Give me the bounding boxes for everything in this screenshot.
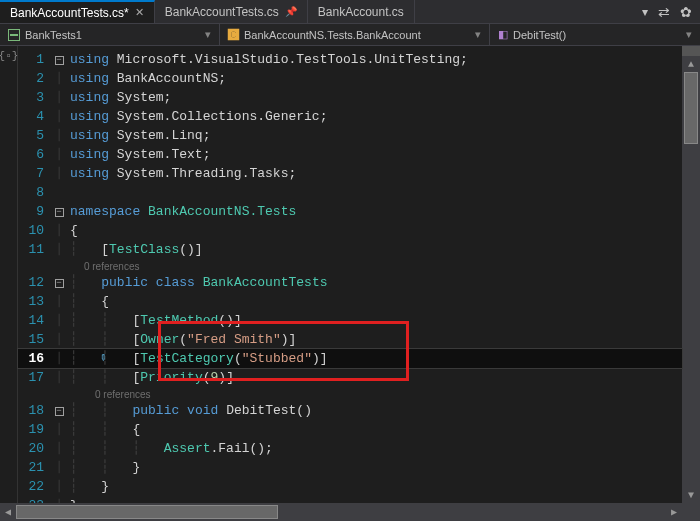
tab-bankaccount[interactable]: BankAccount.cs xyxy=(308,0,415,23)
line-number: 10 xyxy=(18,221,52,240)
scroll-track[interactable] xyxy=(16,503,666,521)
line-number: 16 xyxy=(18,349,52,368)
tab-bankaccounttests-pinned[interactable]: BankAccountTests.cs 📌 xyxy=(155,0,308,23)
fold-toggle[interactable]: − xyxy=(55,208,64,217)
chevron-down-icon: ▾ xyxy=(475,28,481,41)
codelens-references[interactable]: 0 references xyxy=(95,389,151,400)
line-number: 1 xyxy=(18,50,52,69)
vertical-scrollbar[interactable]: ▲ ▼ xyxy=(682,46,700,503)
line-number: 5 xyxy=(18,126,52,145)
nav-project-dropdown[interactable]: BankTests1 ▾ xyxy=(0,24,220,45)
class-icon: 🅲 xyxy=(228,29,239,41)
line-number: 12 xyxy=(18,273,52,292)
line-number: 2 xyxy=(18,69,52,88)
fold-toggle[interactable]: − xyxy=(55,56,64,65)
document-tabbar: BankAccountTests.cs* ✕ BankAccountTests.… xyxy=(0,0,700,24)
tab-label: BankAccount.cs xyxy=(318,5,404,19)
line-number: 6 xyxy=(18,145,52,164)
line-number: 8 xyxy=(18,183,52,202)
line-number: 13 xyxy=(18,292,52,311)
line-number: 9 xyxy=(18,202,52,221)
scroll-corner xyxy=(682,503,700,521)
line-number: 18 xyxy=(18,401,52,420)
line-number: 4 xyxy=(18,107,52,126)
splitter-handle[interactable] xyxy=(682,46,700,56)
line-number: 14 xyxy=(18,311,52,330)
line-number: 7 xyxy=(18,164,52,183)
nav-project-label: BankTests1 xyxy=(25,29,82,41)
code-editor[interactable]: {▫} 1−using Microsoft.VisualStudio.TestT… xyxy=(0,46,700,503)
indicator-margin[interactable]: {▫} xyxy=(0,46,18,503)
nav-class-label: BankAccountNS.Tests.BankAccount xyxy=(244,29,421,41)
line-number: 20 xyxy=(18,439,52,458)
line-number: 11 xyxy=(18,240,52,259)
line-number: 15 xyxy=(18,330,52,349)
line-number: 23 xyxy=(18,496,52,503)
navigation-bar: BankTests1 ▾ 🅲 BankAccountNS.Tests.BankA… xyxy=(0,24,700,46)
tab-label: BankAccountTests.cs xyxy=(165,5,279,19)
nav-member-dropdown[interactable]: ◧ DebitTest() ▾ xyxy=(490,24,700,45)
solution-explorer-sync-icon[interactable]: ⇄ xyxy=(658,4,670,20)
scroll-left-arrow[interactable]: ◀ xyxy=(0,506,16,518)
fold-toggle[interactable]: − xyxy=(55,407,64,416)
outline-toggle-icon[interactable]: {▫} xyxy=(0,50,18,62)
tab-bankaccounttests-dirty[interactable]: BankAccountTests.cs* ✕ xyxy=(0,0,155,23)
chevron-down-icon: ▾ xyxy=(205,28,211,41)
scroll-down-arrow[interactable]: ▼ xyxy=(688,487,694,503)
pin-icon[interactable]: 📌 xyxy=(285,6,297,17)
close-tab-icon[interactable]: ✕ xyxy=(135,6,144,19)
csharp-project-icon xyxy=(8,29,20,41)
nav-member-label: DebitTest() xyxy=(513,29,566,41)
scroll-right-arrow[interactable]: ▶ xyxy=(666,506,682,518)
window-options-icon[interactable]: ✿ xyxy=(680,4,692,20)
line-number: 19 xyxy=(18,420,52,439)
chevron-down-icon: ▾ xyxy=(686,28,692,41)
tab-overflow-dropdown-icon[interactable]: ▾ xyxy=(642,5,648,19)
scroll-track[interactable] xyxy=(682,72,700,487)
nav-class-dropdown[interactable]: 🅲 BankAccountNS.Tests.BankAccount ▾ xyxy=(220,24,490,45)
horizontal-scrollbar[interactable]: ◀ ▶ xyxy=(0,503,700,521)
line-number: 22 xyxy=(18,477,52,496)
codelens-references[interactable]: 0 references xyxy=(84,261,140,272)
line-number: 21 xyxy=(18,458,52,477)
scroll-up-arrow[interactable]: ▲ xyxy=(688,56,694,72)
fold-toggle[interactable]: − xyxy=(55,279,64,288)
line-number: 3 xyxy=(18,88,52,107)
tab-label: BankAccountTests.cs* xyxy=(10,6,129,20)
method-icon: ◧ xyxy=(498,28,508,41)
line-number: 17 xyxy=(18,368,52,387)
